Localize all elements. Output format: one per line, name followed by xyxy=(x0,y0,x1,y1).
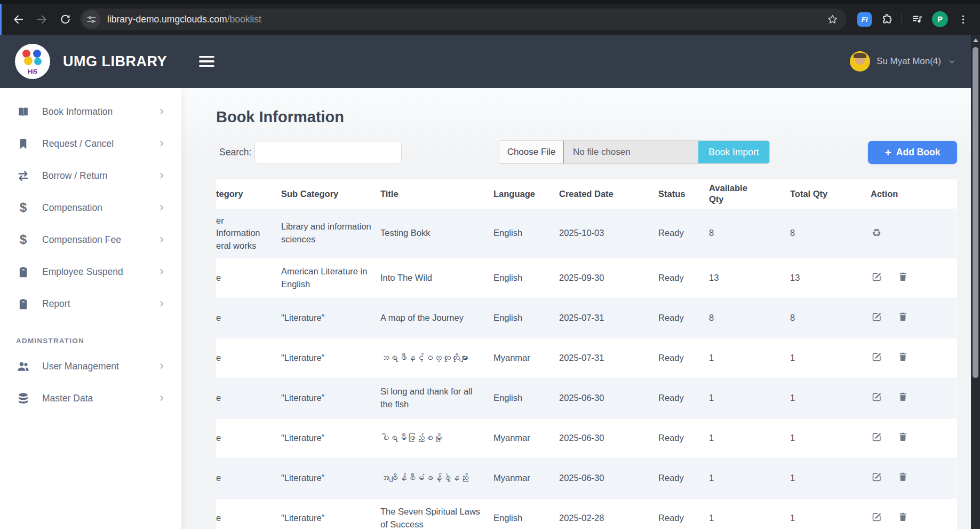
table-row[interactable]: e "Literature" A map of the Journey Engl… xyxy=(216,298,957,338)
book-import-button[interactable]: Book Import xyxy=(698,141,769,163)
back-button[interactable] xyxy=(6,7,30,31)
sidebar-item-employee-suspend[interactable]: Employee Suspend xyxy=(0,256,181,288)
app-logo[interactable]: Hi5 xyxy=(15,44,50,79)
chevron-right-icon xyxy=(158,300,165,307)
delete-icon[interactable] xyxy=(897,311,909,322)
extensions-button[interactable] xyxy=(877,10,896,29)
edit-icon[interactable] xyxy=(871,511,882,523)
delete-icon[interactable] xyxy=(897,351,909,362)
pinned-extension-button[interactable]: FI xyxy=(857,12,872,27)
dollar-icon: $ xyxy=(16,233,30,247)
cell-sub-category: Library and information sciences xyxy=(281,209,380,258)
sidebar-item-borrow-return[interactable]: Borrow / Return xyxy=(0,160,181,192)
sidebar-item-label: Borrow / Return xyxy=(42,170,108,181)
col-header-category[interactable]: tegory xyxy=(216,179,281,209)
media-queue-button[interactable] xyxy=(907,10,927,29)
delete-icon[interactable] xyxy=(897,271,909,282)
tune-icon xyxy=(86,14,97,25)
scrollbar-thumb[interactable] xyxy=(973,47,978,378)
page-title: Book Information xyxy=(216,108,971,126)
sidebar-item-label: Request / Cancel xyxy=(42,138,114,149)
delete-icon[interactable] xyxy=(897,391,909,402)
table-row[interactable]: e American Literature in English Into Th… xyxy=(216,258,957,298)
user-menu[interactable]: Su Myat Mon(4) xyxy=(850,51,955,72)
sidebar-item-book-information[interactable]: Book Information xyxy=(0,96,181,128)
book-table-body: er Information eral works Library and in… xyxy=(216,209,957,529)
col-header-status[interactable]: Status xyxy=(658,179,709,209)
sidebar-item-user-management[interactable]: User Management xyxy=(0,350,181,382)
edit-icon[interactable] xyxy=(871,431,882,443)
tab-strip xyxy=(0,0,980,4)
browser-profile-button[interactable]: P xyxy=(932,11,948,27)
cell-actions xyxy=(871,338,957,378)
delete-icon[interactable] xyxy=(897,471,909,483)
site-settings-button[interactable] xyxy=(82,10,100,28)
sidebar-section-label: ADMINSTRATION xyxy=(16,337,181,345)
main-content: Book Information Search: Choose File No … xyxy=(181,88,971,529)
sidebar-item-compensation-fee[interactable]: $ Compensation Fee xyxy=(0,224,181,256)
cell-created-date: 2025-06-30 xyxy=(559,459,658,499)
cell-available-qty: 13 xyxy=(709,258,790,298)
sidebar-item-label: Report xyxy=(42,298,70,310)
url-path: /booklist xyxy=(227,14,261,25)
chevron-right-icon xyxy=(158,268,165,275)
sidebar-item-compensation[interactable]: $ Compensation xyxy=(0,192,181,224)
delete-icon[interactable] xyxy=(897,431,909,443)
edit-icon[interactable] xyxy=(871,471,882,483)
cell-total-qty: 13 xyxy=(790,258,871,298)
scrollbar-up-arrow[interactable] xyxy=(971,35,980,46)
forward-button[interactable] xyxy=(30,7,53,31)
sidebar-toggle-button[interactable] xyxy=(199,56,214,67)
col-header-total-qty[interactable]: Total Qty xyxy=(790,179,871,209)
playlist-music-icon xyxy=(911,13,923,26)
user-avatar xyxy=(850,51,870,72)
table-row[interactable]: er Information eral works Library and in… xyxy=(216,209,957,258)
col-header-title[interactable]: Title xyxy=(380,179,493,209)
sidebar-item-master-data[interactable]: Master Data xyxy=(0,382,181,414)
book-table-card: tegory Sub Category Title Language Creat… xyxy=(216,179,957,529)
logo-text: Hi5 xyxy=(15,68,50,75)
col-header-available-qty[interactable]: Available Qty xyxy=(709,179,790,209)
logo-blob-cyan xyxy=(34,58,42,65)
cell-actions xyxy=(871,499,957,529)
cell-status: Ready xyxy=(658,499,709,529)
col-header-language[interactable]: Language xyxy=(493,179,559,209)
edit-icon[interactable] xyxy=(871,391,882,402)
bookmark-star-button[interactable] xyxy=(823,10,841,28)
col-header-sub-category[interactable]: Sub Category xyxy=(281,179,380,209)
table-row[interactable]: e "Literature" Si long and thank for all… xyxy=(216,378,957,419)
edit-icon[interactable] xyxy=(871,271,882,282)
browser-menu-button[interactable] xyxy=(953,10,973,29)
search-input[interactable] xyxy=(254,141,402,163)
book-table: tegory Sub Category Title Language Creat… xyxy=(216,179,957,529)
choose-file-button[interactable]: Choose File xyxy=(499,141,564,163)
cell-sub-category: American Literature in English xyxy=(281,258,380,298)
reload-button[interactable] xyxy=(53,7,77,31)
cell-actions xyxy=(871,258,957,298)
file-upload-group: Choose File No file chosen Book Import xyxy=(499,140,770,164)
edit-icon[interactable] xyxy=(871,351,882,362)
address-bar[interactable]: library-demo.umgclouds.com/booklist xyxy=(80,9,847,30)
sidebar-item-request-cancel[interactable]: Request / Cancel xyxy=(0,128,181,160)
col-header-created-date[interactable]: Created Date xyxy=(559,179,658,209)
delete-icon[interactable] xyxy=(897,511,909,523)
cell-actions: ♻ xyxy=(871,209,957,258)
edit-icon[interactable] xyxy=(871,311,882,322)
url-text: library-demo.umgclouds.com/booklist xyxy=(107,14,261,25)
table-row[interactable]: e "Literature" ဘရဖီနှင့်ဝတ္ထုတိုများ Mya… xyxy=(216,338,957,378)
cell-language: Myanmar xyxy=(493,459,559,499)
cell-title: Into The Wild xyxy=(380,258,493,298)
table-row[interactable]: e "Literature" အချိန်စီမံခန့်ခွဲနည်း Mya… xyxy=(216,459,957,499)
cell-category: e xyxy=(216,459,281,499)
recycle-icon[interactable]: ♻ xyxy=(871,227,882,239)
table-row[interactable]: e "Literature" ပါရမီဖြည့်စမို့ Myanmar 2… xyxy=(216,419,957,459)
cell-created-date: 2025-07-31 xyxy=(559,338,658,378)
add-book-button[interactable]: + Add Book xyxy=(868,141,957,164)
cell-total-qty: 1 xyxy=(790,459,871,499)
cell-available-qty: 1 xyxy=(709,419,790,459)
col-header-action[interactable]: Action xyxy=(871,179,957,209)
table-header-row: tegory Sub Category Title Language Creat… xyxy=(216,179,957,209)
table-row[interactable]: e "Literature" The Seven Spiritual Laws … xyxy=(216,499,957,529)
page-scrollbar[interactable] xyxy=(971,35,980,529)
sidebar-item-report[interactable]: Report xyxy=(0,288,181,320)
